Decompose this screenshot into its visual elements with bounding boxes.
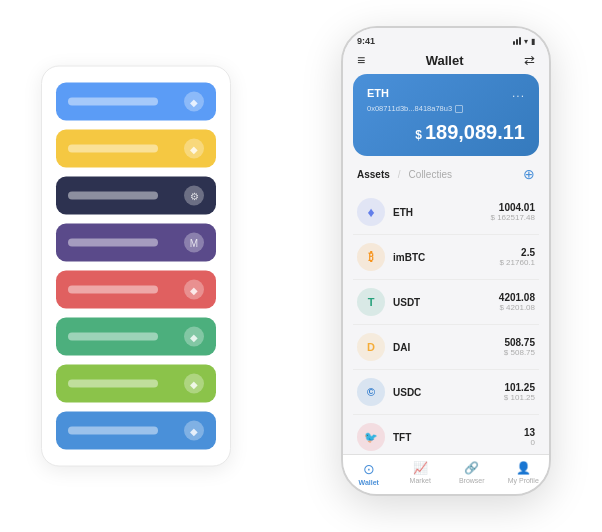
- asset-values: 2.5 $ 21760.1: [499, 247, 535, 267]
- card-label: [68, 333, 158, 341]
- table-row[interactable]: T USDT 4201.08 $ 4201.08: [353, 280, 539, 325]
- profile-nav-icon: 👤: [516, 461, 531, 475]
- asset-values: 13 0: [524, 427, 535, 447]
- list-item[interactable]: ◆: [56, 271, 216, 309]
- list-item[interactable]: ◆: [56, 130, 216, 168]
- asset-name-col: TFT: [393, 432, 524, 443]
- tab-assets[interactable]: Assets: [357, 169, 390, 180]
- copy-icon[interactable]: [455, 105, 463, 113]
- asset-list: ♦ ETH 1004.01 $ 162517.48 ₿ imBTC: [343, 190, 549, 454]
- asset-values: 508.75 $ 508.75: [504, 337, 535, 357]
- table-row[interactable]: ₿ imBTC 2.5 $ 21760.1: [353, 235, 539, 280]
- asset-usd: $ 162517.48: [491, 213, 536, 222]
- usdt-icon: T: [357, 288, 385, 316]
- eth-card-header: ETH ...: [367, 86, 525, 100]
- table-row[interactable]: D DAI 508.75 $ 508.75: [353, 325, 539, 370]
- card-label: [68, 380, 158, 388]
- market-nav-icon: 📈: [413, 461, 428, 475]
- usdc-icon: ©: [357, 378, 385, 406]
- list-item[interactable]: ⚙: [56, 177, 216, 215]
- eth-address: 0x08711d3b...8418a78u3: [367, 104, 525, 113]
- nav-item-wallet[interactable]: ⊙ Wallet: [343, 461, 395, 486]
- eth-more-button[interactable]: ...: [512, 86, 525, 100]
- wifi-icon: ▾: [524, 37, 528, 46]
- card-label: [68, 192, 158, 200]
- card-stack: ◆ ◆ ⚙ M ◆ ◆ ◆ ◆: [41, 66, 231, 467]
- status-time: 9:41: [357, 36, 375, 46]
- card-icon: ◆: [184, 374, 204, 394]
- phone-header: ≡ Wallet ⇄: [343, 46, 549, 74]
- asset-usd: $ 508.75: [504, 348, 535, 357]
- list-item[interactable]: ◆: [56, 412, 216, 450]
- asset-amount: 2.5: [499, 247, 535, 258]
- eth-balance: $189,089.11: [367, 121, 525, 144]
- asset-name-col: imBTC: [393, 252, 499, 263]
- nav-item-market[interactable]: 📈 Market: [395, 461, 447, 486]
- asset-values: 1004.01 $ 162517.48: [491, 202, 536, 222]
- eth-icon: ♦: [357, 198, 385, 226]
- card-icon: ◆: [184, 421, 204, 441]
- asset-values: 4201.08 $ 4201.08: [499, 292, 535, 312]
- asset-amount: 4201.08: [499, 292, 535, 303]
- asset-name: USDT: [393, 297, 499, 308]
- browser-nav-icon: 🔗: [464, 461, 479, 475]
- card-label: [68, 239, 158, 247]
- card-label: [68, 286, 158, 294]
- list-item[interactable]: ◆: [56, 83, 216, 121]
- scene: ◆ ◆ ⚙ M ◆ ◆ ◆ ◆: [21, 16, 581, 516]
- asset-name-col: ETH: [393, 207, 491, 218]
- scan-icon[interactable]: ⇄: [524, 53, 535, 68]
- card-label: [68, 145, 158, 153]
- asset-name-col: DAI: [393, 342, 504, 353]
- card-label: [68, 98, 158, 106]
- asset-name-col: USDC: [393, 387, 504, 398]
- asset-name-col: USDT: [393, 297, 499, 308]
- profile-nav-label: My Profile: [508, 477, 539, 484]
- asset-name: DAI: [393, 342, 504, 353]
- asset-usd: $ 4201.08: [499, 303, 535, 312]
- asset-usd: $ 101.25: [504, 393, 535, 402]
- eth-card[interactable]: ETH ... 0x08711d3b...8418a78u3 $189,089.…: [353, 74, 539, 156]
- tab-collecties[interactable]: Collecties: [409, 169, 452, 180]
- card-icon: ◆: [184, 327, 204, 347]
- wallet-nav-icon: ⊙: [363, 461, 375, 477]
- tft-icon: 🐦: [357, 423, 385, 451]
- list-item[interactable]: ◆: [56, 318, 216, 356]
- phone-frame: 9:41 ▾ ▮ ≡ Wallet ⇄ ETH .: [341, 26, 551, 496]
- browser-nav-label: Browser: [459, 477, 485, 484]
- assets-header: Assets / Collecties ⊕: [343, 166, 549, 190]
- tab-separator: /: [398, 169, 401, 180]
- dai-icon: D: [357, 333, 385, 361]
- nav-item-profile[interactable]: 👤 My Profile: [498, 461, 550, 486]
- card-label: [68, 427, 158, 435]
- asset-values: 101.25 $ 101.25: [504, 382, 535, 402]
- signal-icon: [513, 37, 521, 45]
- asset-amount: 13: [524, 427, 535, 438]
- eth-symbol: ETH: [367, 87, 389, 99]
- status-bar: 9:41 ▾ ▮: [343, 28, 549, 46]
- card-icon: ◆: [184, 139, 204, 159]
- market-nav-label: Market: [410, 477, 431, 484]
- add-asset-button[interactable]: ⊕: [523, 166, 535, 182]
- imbtc-icon: ₿: [357, 243, 385, 271]
- table-row[interactable]: © USDC 101.25 $ 101.25: [353, 370, 539, 415]
- asset-name: USDC: [393, 387, 504, 398]
- table-row[interactable]: 🐦 TFT 13 0: [353, 415, 539, 454]
- asset-name: imBTC: [393, 252, 499, 263]
- list-item[interactable]: M: [56, 224, 216, 262]
- card-icon: ◆: [184, 92, 204, 112]
- asset-amount: 508.75: [504, 337, 535, 348]
- asset-name: ETH: [393, 207, 491, 218]
- card-icon: ⚙: [184, 186, 204, 206]
- menu-icon[interactable]: ≡: [357, 52, 365, 68]
- asset-amount: 101.25: [504, 382, 535, 393]
- asset-usd: $ 21760.1: [499, 258, 535, 267]
- phone-content: ETH ... 0x08711d3b...8418a78u3 $189,089.…: [343, 74, 549, 454]
- nav-item-browser[interactable]: 🔗 Browser: [446, 461, 498, 486]
- status-icons: ▾ ▮: [513, 37, 535, 46]
- asset-name: TFT: [393, 432, 524, 443]
- table-row[interactable]: ♦ ETH 1004.01 $ 162517.48: [353, 190, 539, 235]
- list-item[interactable]: ◆: [56, 365, 216, 403]
- asset-amount: 1004.01: [491, 202, 536, 213]
- wallet-nav-label: Wallet: [359, 479, 379, 486]
